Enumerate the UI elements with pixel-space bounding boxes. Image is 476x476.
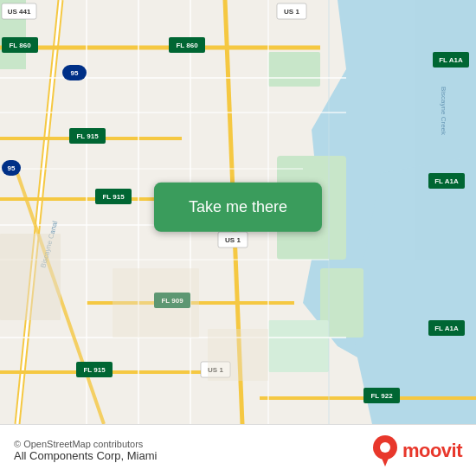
moovit-logo: moovit	[373, 435, 462, 466]
osm-credit: © OpenStreetMap contributors	[14, 439, 157, 449]
osm-credit-and-location: © OpenStreetMap contributors All Compone…	[14, 439, 157, 462]
bottom-bar: © OpenStreetMap contributors All Compone…	[0, 424, 476, 476]
svg-rect-65	[113, 268, 199, 338]
location-text: All Components Corp, Miami	[14, 449, 157, 462]
moovit-brand-text: moovit	[402, 440, 462, 462]
svg-text:FL 915: FL 915	[102, 193, 125, 201]
moovit-pin-icon	[373, 435, 397, 466]
svg-text:US 1: US 1	[225, 236, 241, 244]
svg-text:FL A1A: FL A1A	[434, 177, 459, 185]
svg-text:US 1: US 1	[284, 8, 299, 16]
svg-text:95: 95	[8, 164, 16, 172]
svg-marker-69	[381, 456, 389, 466]
svg-text:FL 922: FL 922	[370, 392, 393, 400]
take-me-there-button[interactable]: Take me there	[154, 183, 322, 232]
svg-text:FL 915: FL 915	[76, 132, 99, 140]
svg-text:FL 860: FL 860	[176, 42, 198, 49]
svg-rect-66	[208, 329, 268, 381]
svg-rect-64	[0, 234, 61, 320]
svg-point-68	[380, 442, 390, 453]
svg-text:FL A1A: FL A1A	[439, 56, 463, 64]
svg-text:FL 860: FL 860	[9, 42, 31, 49]
svg-text:Biscayne Creek: Biscayne Creek	[440, 87, 447, 136]
svg-rect-4	[268, 52, 320, 87]
map-area: US 441 95 FL 860 FL 860 FL 915 FL 915 95…	[0, 0, 476, 424]
svg-text:FL A1A: FL A1A	[434, 325, 459, 332]
svg-text:US 441: US 441	[8, 8, 31, 16]
svg-text:95: 95	[71, 69, 79, 77]
svg-text:FL 915: FL 915	[83, 366, 106, 374]
svg-rect-7	[268, 320, 329, 372]
